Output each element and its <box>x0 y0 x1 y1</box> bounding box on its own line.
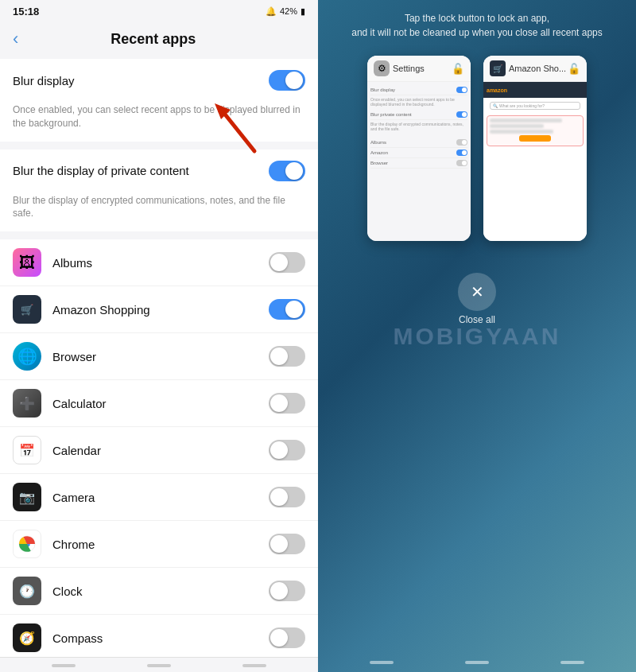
compass-toggle[interactable] <box>269 627 305 648</box>
amazon-toggle[interactable] <box>269 299 305 320</box>
nav-dot-3 <box>242 664 266 667</box>
app-cards-row: ⚙ Settings 🔓 Blur display Once enabled, … <box>318 56 636 241</box>
compass-label: Compass <box>52 631 269 645</box>
clock-toggle[interactable] <box>269 581 305 601</box>
clock-icon: 🕐 <box>13 577 41 605</box>
settings-card-icon: ⚙ <box>374 60 390 76</box>
blur-display-section: Blur display Once enabled, you can selec… <box>0 59 318 142</box>
amazon-label: Amazon Shopping <box>52 303 269 317</box>
chrome-label: Chrome <box>52 538 269 551</box>
app-header: ‹ Recent apps <box>0 22 318 59</box>
blur-private-label: Blur the display of private content <box>13 164 189 177</box>
list-item: 🕐 Clock <box>0 568 318 615</box>
amazon-card[interactable]: 🛒 Amazon Sho... 🔓 amazon 🔍 What are you … <box>483 56 587 241</box>
list-item: 📅 Calendar <box>0 427 318 474</box>
blur-display-desc: Once enabled, you can select recent apps… <box>0 102 318 142</box>
amazon-card-header: 🛒 Amazon Sho... 🔓 <box>483 56 587 82</box>
status-bar: 15:18 🔔 42% ▮ <box>0 0 318 22</box>
tip-text: Tap the lock button to lock an app,and i… <box>332 0 622 48</box>
close-all-button[interactable]: ✕ <box>458 273 496 311</box>
right-nav-dot-3 <box>560 661 584 664</box>
settings-lock-icon[interactable]: 🔓 <box>452 63 464 75</box>
recent-apps-container: ⚙ Settings 🔓 Blur display Once enabled, … <box>318 48 636 653</box>
browser-label: Browser <box>52 350 269 363</box>
close-all-label: Close all <box>459 314 495 325</box>
amazon-screenshot: amazon 🔍 What are you looking for? <box>483 82 587 241</box>
back-button[interactable]: ‹ <box>13 29 18 49</box>
svg-line-0 <box>223 111 254 151</box>
right-bottom-nav <box>318 653 636 672</box>
blur-display-row: Blur display <box>0 59 318 102</box>
blur-private-desc: Blur the display of encrypted communicat… <box>0 192 318 232</box>
nav-dot-2 <box>147 664 171 667</box>
camera-toggle[interactable] <box>269 487 305 507</box>
list-item: 📷 Camera <box>0 474 318 521</box>
chrome-toggle[interactable] <box>269 534 305 554</box>
list-item: ➕ Calculator <box>0 380 318 427</box>
right-nav-dot-2 <box>465 661 489 664</box>
browser-toggle[interactable] <box>269 346 305 367</box>
page-title: Recent apps <box>25 31 281 48</box>
calculator-icon: ➕ <box>13 389 41 418</box>
notification-icon: 🔔 <box>266 6 277 17</box>
camera-icon: 📷 <box>13 483 41 511</box>
calendar-toggle[interactable] <box>269 440 305 460</box>
settings-card-name: Settings <box>393 64 452 73</box>
list-item: 🧭 Compass <box>0 615 318 657</box>
left-bottom-nav <box>0 657 318 672</box>
status-icons: 🔔 42% ▮ <box>266 6 305 17</box>
compass-icon: 🧭 <box>13 623 41 652</box>
list-item: 🖼 Albums <box>0 239 318 286</box>
blur-display-toggle[interactable] <box>269 70 305 91</box>
settings-scroll[interactable]: Blur display Once enabled, you can selec… <box>0 59 318 657</box>
browser-icon: 🌐 <box>13 342 41 371</box>
calculator-toggle[interactable] <box>269 393 305 414</box>
amazon-card-icon: 🛒 <box>490 60 506 76</box>
amazon-lock-icon[interactable]: 🔓 <box>568 63 580 75</box>
settings-card[interactable]: ⚙ Settings 🔓 Blur display Once enabled, … <box>367 56 471 241</box>
clock-label: Clock <box>52 585 269 598</box>
calendar-label: Calendar <box>52 444 269 457</box>
blur-display-label: Blur display <box>13 74 75 87</box>
chrome-icon <box>13 530 41 558</box>
albums-icon: 🖼 <box>13 248 41 277</box>
calculator-label: Calculator <box>52 397 269 410</box>
nav-dot-1 <box>52 664 76 667</box>
calendar-icon: 📅 <box>13 436 41 464</box>
battery-label: 42% <box>280 6 297 16</box>
amazon-icon: 🛒 <box>13 295 41 324</box>
arrow-indicator <box>207 95 270 162</box>
list-item: 🌐 Browser <box>0 333 318 380</box>
left-panel: 15:18 🔔 42% ▮ ‹ Recent apps Blur display… <box>0 0 318 672</box>
blur-private-row: Blur the display of private content <box>0 150 318 192</box>
right-panel: MOBIGYAAN Tap the lock button to lock an… <box>318 0 636 672</box>
albums-toggle[interactable] <box>269 252 305 273</box>
blur-private-section: Blur the display of private content Blur… <box>0 150 318 232</box>
settings-card-header: ⚙ Settings 🔓 <box>367 56 471 82</box>
battery-icon: ▮ <box>301 6 305 17</box>
camera-label: Camera <box>52 491 269 504</box>
blur-private-toggle[interactable] <box>269 161 305 181</box>
list-item: Chrome <box>0 521 318 568</box>
albums-label: Albums <box>52 256 269 270</box>
app-list: 🖼 Albums 🛒 Amazon Shopping 🌐 Browser ➕ C… <box>0 239 318 657</box>
right-nav-dot-1 <box>370 661 394 664</box>
list-item: 🛒 Amazon Shopping <box>0 286 318 333</box>
status-time: 15:18 <box>13 6 39 17</box>
settings-screenshot: Blur display Once enabled, you can selec… <box>367 82 471 241</box>
amazon-card-name: Amazon Sho... <box>509 64 568 73</box>
